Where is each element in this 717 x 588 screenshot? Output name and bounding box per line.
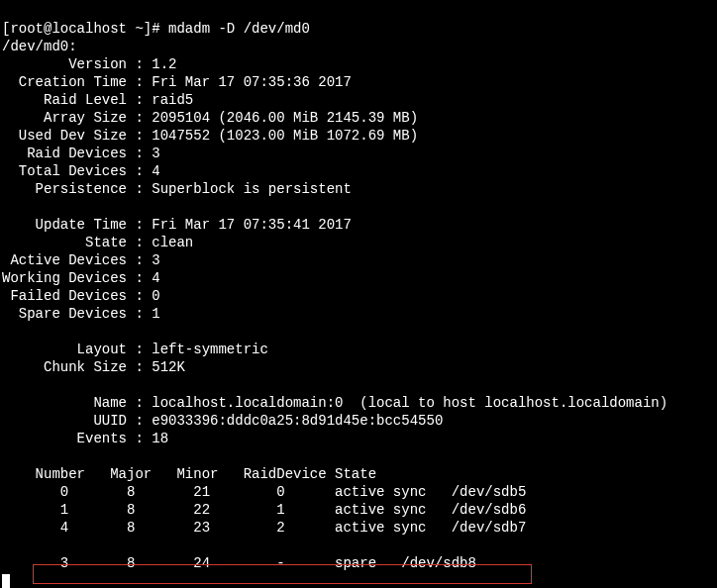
label-creation-time: Creation Time : <box>2 74 152 90</box>
label-events: Events : <box>2 431 152 446</box>
value-layout: left-symmetric <box>152 342 268 357</box>
label-layout: Layout : <box>2 342 152 357</box>
prompt: [root@localhost ~]# <box>2 21 168 37</box>
value-creation-time: Fri Mar 17 07:35:36 2017 <box>152 74 352 90</box>
value-working-devices: 4 <box>152 270 159 286</box>
label-update-time: Update Time : <box>2 217 152 233</box>
value-version: 1.2 <box>152 56 176 72</box>
value-chunk-size: 512K <box>152 359 185 375</box>
table-row-spare: 3 8 24 - spare /dev/sdb8 <box>2 555 476 571</box>
label-spare-devices: Spare Devices : <box>2 306 152 322</box>
label-uuid: UUID : <box>2 413 152 429</box>
label-persistence: Persistence : <box>2 181 152 197</box>
value-raid-level: raid5 <box>152 92 193 108</box>
label-version: Version : <box>2 56 152 72</box>
value-raid-devices: 3 <box>152 146 159 161</box>
value-array-size: 2095104 (2046.00 MiB 2145.39 MB) <box>152 110 418 126</box>
command: mdadm -D /dev/md0 <box>168 21 310 37</box>
label-used-dev-size: Used Dev Size : <box>2 128 152 144</box>
table-row: 1 8 22 1 active sync /dev/sdb6 <box>2 502 526 518</box>
value-state: clean <box>152 235 201 250</box>
value-update-time: Fri Mar 17 07:35:41 2017 <box>152 217 352 233</box>
value-active-devices: 3 <box>152 252 159 268</box>
label-working-devices: Working Devices : <box>2 270 152 286</box>
label-raid-devices: Raid Devices : <box>2 146 152 161</box>
table-row: 0 8 21 0 active sync /dev/sdb5 <box>2 484 526 500</box>
value-total-devices: 4 <box>152 163 159 179</box>
label-active-devices: Active Devices : <box>2 252 152 268</box>
value-failed-devices: 0 <box>152 288 159 304</box>
value-uuid: e9033396:dddc0a25:8d91d45e:bcc54550 <box>152 413 443 429</box>
label-state: State : <box>2 235 152 250</box>
value-used-dev-size: 1047552 (1023.00 MiB 1072.69 MB) <box>152 128 418 144</box>
label-raid-level: Raid Level : <box>2 92 152 108</box>
value-name: localhost.localdomain:0 (local to host l… <box>152 395 667 411</box>
table-row: 4 8 23 2 active sync /dev/sdb7 <box>2 520 526 536</box>
cursor-icon <box>2 574 10 588</box>
value-events: 18 <box>152 431 168 446</box>
device-table-header: Number Major Minor RaidDevice State <box>2 466 376 482</box>
label-total-devices: Total Devices : <box>2 163 152 179</box>
label-name: Name : <box>2 395 152 411</box>
label-chunk-size: Chunk Size : <box>2 359 152 375</box>
terminal-output[interactable]: [root@localhost ~]# mdadm -D /dev/md0 /d… <box>0 0 717 588</box>
label-array-size: Array Size : <box>2 110 152 126</box>
device-line: /dev/md0: <box>2 39 77 54</box>
value-spare-devices: 1 <box>152 306 159 322</box>
value-persistence: Superblock is persistent <box>152 181 352 197</box>
label-failed-devices: Failed Devices : <box>2 288 152 304</box>
